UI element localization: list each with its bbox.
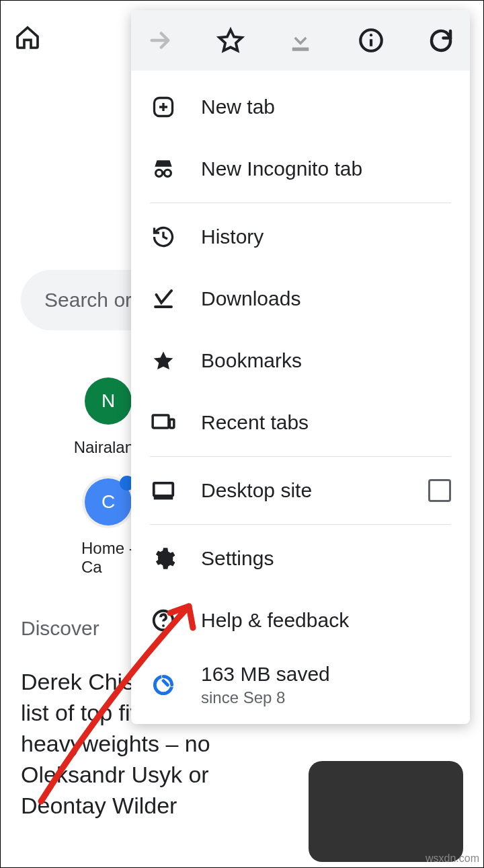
download-button[interactable] [286,26,315,55]
reload-button[interactable] [427,26,455,55]
history-icon [150,223,177,250]
menu-label: Recent tabs [201,411,309,434]
menu-new-tab[interactable]: New tab [131,76,470,138]
home-icon[interactable] [14,24,41,51]
menu-divider [150,456,451,457]
tile-icon: C [85,478,132,526]
menu-label: Help & feedback [201,609,349,632]
page-info-button[interactable] [357,26,385,55]
menu-data-saver[interactable]: 163 MB saved since Sep 8 [131,651,470,719]
search-placeholder: Search or [44,289,132,312]
menu-divider [150,203,451,203]
svg-point-3 [369,34,372,36]
svg-rect-12 [170,419,174,428]
menu-label: Downloads [201,287,300,310]
desktop-icon [150,477,177,504]
shortcut-tile-home[interactable]: C Home - Ca [81,478,135,577]
bookmarks-icon [150,347,177,374]
menu-label: History [201,225,264,248]
menu-history[interactable]: History [131,206,470,268]
menu-divider [150,524,451,525]
article-thumbnail[interactable] [309,761,463,862]
menu-settings[interactable]: Settings [131,528,470,589]
menu-downloads[interactable]: Downloads [131,268,470,330]
svg-point-7 [156,170,163,176]
new-tab-icon [150,94,177,120]
help-icon [150,607,177,634]
forward-button[interactable] [146,26,174,55]
data-saver-icon [150,672,177,698]
menu-label: Desktop site [201,479,312,502]
tile-label: Home - Ca [81,539,135,577]
recent-tabs-icon [150,409,177,436]
desktop-site-checkbox[interactable] [428,479,451,502]
watermark: wsxdn.com [426,853,479,865]
incognito-icon [150,155,177,182]
svg-rect-11 [153,415,169,428]
menu-incognito-tab[interactable]: New Incognito tab [131,138,470,200]
menu-desktop-site[interactable]: Desktop site [131,460,470,521]
menu-recent-tabs[interactable]: Recent tabs [131,392,470,454]
menu-label: Bookmarks [201,349,302,372]
menu-bookmarks[interactable]: Bookmarks [131,330,470,392]
data-since-label: since Sep 8 [201,688,330,707]
svg-rect-13 [154,483,173,496]
svg-point-8 [164,170,171,176]
overflow-menu: New tab New Incognito tab History Downlo… [131,10,470,724]
data-saved-label: 163 MB saved [201,663,330,686]
svg-point-16 [162,624,165,627]
menu-label: New tab [201,96,275,118]
menu-label: Settings [201,547,274,570]
gear-icon [150,545,177,572]
menu-help-feedback[interactable]: Help & feedback [131,589,470,651]
svg-rect-0 [292,48,309,51]
bookmark-star-button[interactable] [216,26,245,55]
svg-line-18 [163,681,167,685]
downloads-icon [150,285,177,312]
menu-label: New Incognito tab [201,157,362,180]
tile-icon: N [85,377,132,425]
